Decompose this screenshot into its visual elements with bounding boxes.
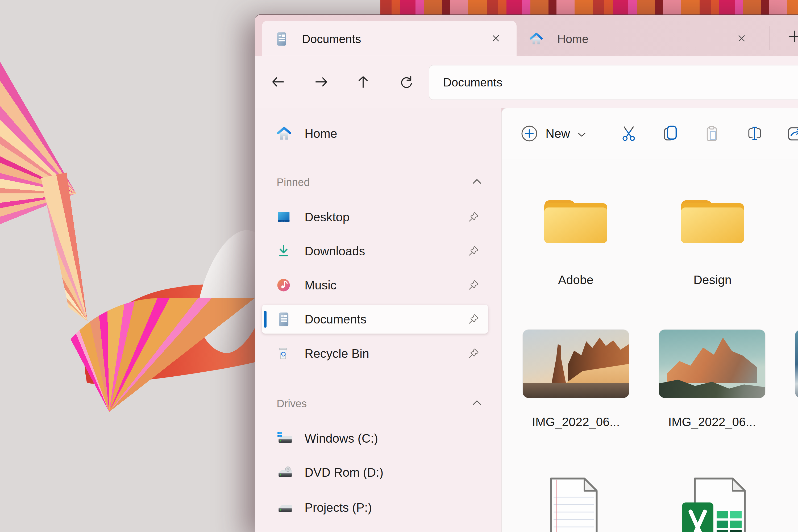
sidebar-item-label: Recycle Bin [305,346,369,361]
documents-icon [274,32,289,46]
address-text: Documents [443,76,502,89]
music-icon [276,278,291,293]
sidebar-item-music[interactable]: Music [262,271,488,300]
sidebar-item-desktop[interactable]: Desktop [262,203,488,231]
downloads-icon [276,243,291,259]
drive-icon [276,500,293,514]
folder-name: Design [676,273,749,287]
sidebar-item-windows-c[interactable]: Windows (C:) [262,424,488,453]
folder-adobe[interactable] [539,191,612,246]
sidebar-item-documents[interactable]: Documents [262,305,488,334]
rename-icon [746,125,763,142]
photo-name: IMG_2022_06... [659,415,765,429]
sidebar-item-home[interactable]: Home [262,119,488,148]
plus-circle-icon [520,125,538,142]
new-button[interactable]: New [520,118,595,150]
close-tab-button[interactable] [491,33,501,44]
file-explorer-window: Documents Home [255,15,798,532]
back-icon [270,75,285,89]
tab-divider [770,26,770,50]
sidebar-item-downloads[interactable]: Downloads [262,237,488,265]
tab-bar: Documents Home [255,15,798,56]
sidebar-item-label: Home [305,126,337,141]
close-tab-button[interactable] [736,33,747,44]
documents-icon [276,311,291,327]
photo-thumbnail-mountain[interactable] [659,329,765,398]
folder-design[interactable] [676,191,749,246]
pin-icon[interactable] [467,313,480,325]
file-list: Adobe Design IMG_2022 [502,159,798,532]
cut-button[interactable] [613,118,642,148]
plus-icon [787,30,798,43]
tab-label: Home [557,33,588,46]
refresh-button[interactable] [393,69,419,95]
tab-documents[interactable]: Documents [262,21,517,56]
photo-thumbnail-desert[interactable] [523,329,629,398]
photo-thumbnail-partial[interactable] [795,329,798,398]
sidebar-item-projects-p[interactable]: Projects (P:) [262,493,488,522]
photo-name: IMG_2022_06... [523,415,629,429]
sidebar-item-label: Desktop [305,210,349,224]
recycle-bin-icon [276,346,290,361]
collapse-drives-button[interactable] [471,399,483,407]
up-icon [356,75,370,89]
collapse-pinned-button[interactable] [471,177,483,185]
sidebar-item-label: Music [305,278,337,292]
sidebar-item-recycle-bin[interactable]: Recycle Bin [262,339,488,368]
copy-button[interactable] [655,118,685,148]
dvd-drive-icon [276,466,293,479]
text-document-icon [547,476,606,532]
section-header-pinned: Pinned [277,176,310,188]
rename-button[interactable] [740,118,770,148]
paste-icon [704,125,721,142]
sidebar-item-label: Projects (P:) [305,500,372,515]
folder-icon [539,191,612,246]
folder-icon [676,191,749,246]
tab-label: Documents [302,33,361,46]
pin-icon[interactable] [467,245,480,257]
file-excel-spreadsheet[interactable] [676,476,756,532]
sidebar-item-label: Documents [305,312,366,326]
sidebar: Home Pinned Desktop [255,108,501,532]
forward-icon [314,75,329,89]
command-toolbar: New [502,108,798,159]
home-icon [529,32,544,46]
desktop-icon [276,209,291,225]
forward-button[interactable] [308,69,335,95]
sidebar-item-label: Windows (C:) [305,431,378,445]
content-pane: New [501,108,798,532]
pin-icon[interactable] [467,347,480,360]
folder-name: Adobe [539,273,612,287]
pin-icon[interactable] [467,211,480,223]
home-icon [276,125,292,142]
desktop: Documents Home [0,0,798,532]
share-icon [787,125,798,142]
share-button[interactable] [781,118,798,148]
up-button[interactable] [350,69,376,95]
windows-drive-icon [276,432,293,445]
chevron-up-icon [471,177,483,185]
selection-indicator [264,311,267,328]
toolbar-divider [610,116,610,151]
file-text-document[interactable] [547,476,606,532]
close-icon [737,34,746,43]
navigation-bar: Documents [255,56,798,108]
address-bar[interactable]: Documents [429,65,798,100]
close-icon [491,34,500,43]
refresh-icon [399,75,414,89]
chevron-down-icon [577,131,587,138]
section-header-drives: Drives [277,398,307,410]
back-button[interactable] [265,69,291,95]
paste-button[interactable] [697,118,727,148]
excel-file-icon [676,476,756,532]
sidebar-item-label: Downloads [305,244,365,258]
sidebar-item-label: DVD Rom (D:) [305,465,383,480]
sidebar-item-dvd-rom-d[interactable]: DVD Rom (D:) [262,458,488,487]
chevron-up-icon [471,399,483,407]
new-button-label: New [546,126,570,141]
pin-icon[interactable] [467,279,480,291]
cut-icon [619,125,636,142]
tab-home[interactable]: Home [517,21,762,56]
new-tab-button[interactable] [783,25,798,48]
copy-icon [662,125,679,142]
